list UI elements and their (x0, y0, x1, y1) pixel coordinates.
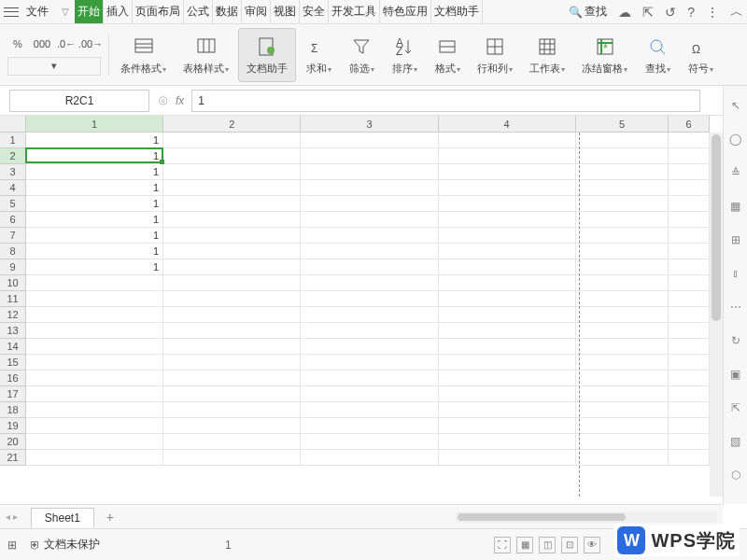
cell[interactable] (163, 371, 301, 386)
cell[interactable] (669, 307, 710, 323)
file-menu[interactable]: 文件 (21, 4, 54, 20)
cell[interactable] (439, 418, 576, 434)
cell[interactable] (163, 307, 301, 323)
cell[interactable] (26, 386, 163, 402)
cell[interactable] (26, 339, 163, 355)
apps-icon[interactable]: ⊞ (727, 231, 744, 248)
lookup-icon[interactable]: ⦾ (159, 94, 168, 107)
row-header-2[interactable]: 2 (0, 148, 25, 164)
image-tool-icon[interactable]: ▣ (727, 366, 744, 383)
cell[interactable] (301, 228, 438, 244)
cell[interactable] (576, 418, 669, 434)
ribbon-排序[interactable]: AZ排序▾ (384, 28, 425, 82)
row-header-1[interactable]: 1 (0, 133, 25, 148)
cell[interactable] (301, 355, 438, 371)
cell[interactable] (439, 180, 576, 196)
cell[interactable] (163, 180, 301, 196)
ribbon-筛选[interactable]: 筛选▾ (341, 28, 382, 82)
cell[interactable] (576, 275, 669, 291)
cell[interactable] (669, 291, 710, 307)
help-icon[interactable]: ? (687, 5, 695, 20)
tab-6[interactable]: 视图 (271, 0, 300, 23)
cell[interactable] (301, 339, 438, 355)
cell[interactable] (576, 148, 669, 164)
cell[interactable] (669, 244, 710, 259)
cell[interactable] (576, 386, 669, 402)
cell[interactable] (576, 244, 669, 259)
cell[interactable] (163, 402, 301, 418)
cell[interactable] (163, 196, 301, 212)
ribbon-查找[interactable]: 查找▾ (637, 28, 678, 82)
eye-view-button[interactable]: 👁 (584, 537, 600, 553)
increase-decimal-button[interactable]: .00→ (80, 35, 101, 53)
cell[interactable] (301, 133, 438, 148)
cell[interactable] (669, 196, 710, 212)
cell[interactable] (301, 371, 438, 386)
cell[interactable] (301, 402, 438, 418)
cell[interactable] (576, 228, 669, 244)
row-header-6[interactable]: 6 (0, 212, 25, 228)
row-header-8[interactable]: 8 (0, 244, 25, 259)
file-dropdown-icon[interactable]: ▽ (56, 7, 75, 17)
fx-icon[interactable]: fx (176, 94, 184, 107)
format-dropdown[interactable]: ▾ (7, 57, 101, 76)
cell[interactable] (26, 323, 163, 339)
cell[interactable] (163, 291, 301, 307)
layers-icon[interactable]: ≙ (727, 164, 744, 181)
table-tool-icon[interactable]: ▦ (727, 198, 744, 215)
cell[interactable] (669, 275, 710, 291)
cell[interactable] (301, 434, 438, 450)
edit-mode-icon[interactable]: ⊞ (7, 539, 17, 552)
ribbon-行和列[interactable]: 行和列▾ (470, 28, 520, 82)
row-header-11[interactable]: 11 (0, 291, 25, 307)
select-tool-icon[interactable]: ↖ (727, 97, 744, 114)
cell[interactable] (163, 275, 301, 291)
ribbon-文档助手[interactable]: 文档助手 (238, 28, 296, 82)
cell[interactable] (26, 371, 163, 386)
cell[interactable] (163, 244, 301, 259)
tab-4[interactable]: 数据 (213, 0, 242, 23)
cell[interactable]: 1 (26, 180, 163, 196)
cell[interactable] (439, 212, 576, 228)
share-icon[interactable]: ⇱ (642, 5, 654, 20)
cell[interactable] (576, 196, 669, 212)
cell[interactable]: 1 (26, 259, 163, 275)
export-tool-icon[interactable]: ⇱ (727, 399, 744, 416)
cell[interactable] (576, 355, 669, 371)
vertical-scrollbar[interactable] (710, 133, 723, 497)
row-header-5[interactable]: 5 (0, 196, 25, 212)
ribbon-求和[interactable]: Σ求和▾ (298, 28, 339, 82)
cell[interactable] (26, 275, 163, 291)
cell[interactable] (439, 323, 576, 339)
row-header-13[interactable]: 13 (0, 323, 25, 339)
cell[interactable] (26, 355, 163, 371)
cell[interactable] (669, 339, 710, 355)
cell[interactable] (439, 244, 576, 259)
cell[interactable] (439, 386, 576, 402)
cell[interactable]: 1 (26, 133, 163, 148)
cell[interactable] (439, 339, 576, 355)
row-header-12[interactable]: 12 (0, 307, 25, 323)
cell[interactable]: 1 (26, 212, 163, 228)
add-sheet-button[interactable]: + (102, 509, 119, 525)
cell[interactable] (669, 402, 710, 418)
cell[interactable] (439, 259, 576, 275)
col-header-5[interactable]: 5 (576, 116, 669, 132)
decrease-decimal-button[interactable]: .0← (56, 35, 77, 53)
row-header-9[interactable]: 9 (0, 259, 25, 275)
protect-status[interactable]: ⛨ 文档未保护 (30, 537, 100, 553)
cell[interactable] (163, 212, 301, 228)
row-header-15[interactable]: 15 (0, 355, 25, 371)
cell[interactable] (439, 148, 576, 164)
cell[interactable] (439, 133, 576, 148)
formula-bar[interactable]: 1 (191, 90, 700, 112)
cell[interactable] (669, 212, 710, 228)
cell[interactable] (576, 402, 669, 418)
cell[interactable] (439, 228, 576, 244)
cell[interactable] (301, 148, 438, 164)
cell[interactable] (26, 450, 163, 466)
cell[interactable] (163, 164, 301, 180)
cell[interactable] (439, 434, 576, 450)
ribbon-表格样式[interactable]: 表格样式▾ (176, 28, 236, 82)
thousands-button[interactable]: 000 (32, 35, 52, 53)
